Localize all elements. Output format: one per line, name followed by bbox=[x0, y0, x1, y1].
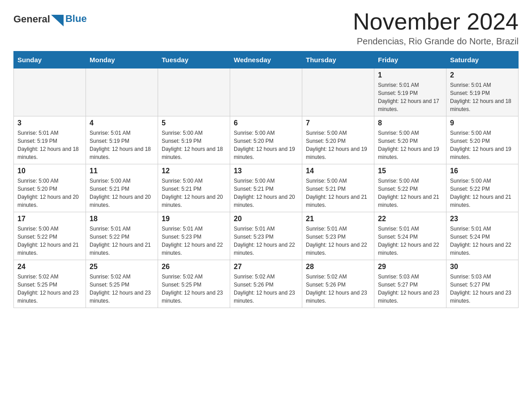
day-number: 1 bbox=[378, 71, 442, 79]
calendar-cell-4-2: 26Sunrise: 5:02 AMSunset: 5:25 PMDayligh… bbox=[158, 260, 230, 308]
calendar-cell-0-5: 1Sunrise: 5:01 AMSunset: 5:19 PMDaylight… bbox=[374, 68, 446, 116]
day-info: Sunrise: 5:00 AMSunset: 5:22 PMDaylight:… bbox=[450, 177, 515, 209]
header-thursday: Thursday bbox=[302, 51, 374, 68]
day-number: 23 bbox=[450, 215, 515, 223]
day-number: 10 bbox=[17, 167, 82, 175]
day-number: 3 bbox=[17, 119, 82, 127]
month-title: November 2024 bbox=[353, 9, 519, 34]
day-info: Sunrise: 5:01 AMSunset: 5:22 PMDaylight:… bbox=[90, 225, 154, 257]
day-info: Sunrise: 5:00 AMSunset: 5:19 PMDaylight:… bbox=[162, 129, 226, 161]
day-number: 7 bbox=[306, 119, 370, 127]
location-title: Pendencias, Rio Grande do Norte, Brazil bbox=[353, 36, 519, 47]
day-info: Sunrise: 5:00 AMSunset: 5:20 PMDaylight:… bbox=[306, 129, 370, 161]
logo: General Blue bbox=[13, 13, 87, 27]
day-info: Sunrise: 5:01 AMSunset: 5:23 PMDaylight:… bbox=[306, 225, 370, 257]
calendar-cell-3-6: 23Sunrise: 5:01 AMSunset: 5:24 PMDayligh… bbox=[446, 212, 519, 260]
calendar-cell-4-1: 25Sunrise: 5:02 AMSunset: 5:25 PMDayligh… bbox=[86, 260, 158, 308]
week-row-0: 1Sunrise: 5:01 AMSunset: 5:19 PMDaylight… bbox=[14, 68, 519, 116]
calendar-cell-0-4 bbox=[302, 68, 374, 116]
day-number: 2 bbox=[450, 71, 515, 79]
day-number: 21 bbox=[306, 215, 370, 223]
day-info: Sunrise: 5:00 AMSunset: 5:22 PMDaylight:… bbox=[378, 177, 442, 209]
calendar-cell-1-4: 7Sunrise: 5:00 AMSunset: 5:20 PMDaylight… bbox=[302, 116, 374, 164]
day-info: Sunrise: 5:02 AMSunset: 5:25 PMDaylight:… bbox=[17, 273, 82, 305]
header-saturday: Saturday bbox=[446, 51, 519, 68]
day-number: 13 bbox=[234, 167, 298, 175]
day-number: 19 bbox=[162, 215, 226, 223]
header-tuesday: Tuesday bbox=[158, 51, 230, 68]
day-info: Sunrise: 5:00 AMSunset: 5:20 PMDaylight:… bbox=[234, 129, 298, 161]
day-number: 25 bbox=[90, 263, 154, 271]
day-number: 11 bbox=[90, 167, 154, 175]
day-number: 15 bbox=[378, 167, 442, 175]
day-info: Sunrise: 5:01 AMSunset: 5:19 PMDaylight:… bbox=[450, 81, 515, 113]
day-number: 18 bbox=[90, 215, 154, 223]
header-sunday: Sunday bbox=[14, 51, 86, 68]
day-info: Sunrise: 5:01 AMSunset: 5:19 PMDaylight:… bbox=[17, 129, 82, 161]
logo-blue-text: Blue bbox=[65, 13, 87, 25]
calendar-cell-0-3 bbox=[230, 68, 302, 116]
logo-text-general: General bbox=[13, 13, 64, 27]
day-info: Sunrise: 5:00 AMSunset: 5:22 PMDaylight:… bbox=[17, 225, 82, 257]
week-row-3: 17Sunrise: 5:00 AMSunset: 5:22 PMDayligh… bbox=[14, 212, 519, 260]
calendar-cell-4-6: 30Sunrise: 5:03 AMSunset: 5:27 PMDayligh… bbox=[446, 260, 519, 308]
calendar-cell-1-1: 4Sunrise: 5:01 AMSunset: 5:19 PMDaylight… bbox=[86, 116, 158, 164]
calendar-cell-4-4: 28Sunrise: 5:02 AMSunset: 5:26 PMDayligh… bbox=[302, 260, 374, 308]
day-info: Sunrise: 5:00 AMSunset: 5:21 PMDaylight:… bbox=[90, 177, 154, 209]
day-info: Sunrise: 5:00 AMSunset: 5:20 PMDaylight:… bbox=[17, 177, 82, 209]
day-number: 27 bbox=[234, 263, 298, 271]
calendar-cell-4-5: 29Sunrise: 5:03 AMSunset: 5:27 PMDayligh… bbox=[374, 260, 446, 308]
calendar-cell-3-0: 17Sunrise: 5:00 AMSunset: 5:22 PMDayligh… bbox=[14, 212, 86, 260]
day-info: Sunrise: 5:02 AMSunset: 5:25 PMDaylight:… bbox=[90, 273, 154, 305]
calendar-cell-2-2: 12Sunrise: 5:00 AMSunset: 5:21 PMDayligh… bbox=[158, 164, 230, 212]
day-info: Sunrise: 5:01 AMSunset: 5:23 PMDaylight:… bbox=[234, 225, 298, 257]
day-info: Sunrise: 5:01 AMSunset: 5:24 PMDaylight:… bbox=[378, 225, 442, 257]
day-number: 14 bbox=[306, 167, 370, 175]
header-friday: Friday bbox=[374, 51, 446, 68]
calendar-cell-3-2: 19Sunrise: 5:01 AMSunset: 5:23 PMDayligh… bbox=[158, 212, 230, 260]
calendar-cell-3-5: 22Sunrise: 5:01 AMSunset: 5:24 PMDayligh… bbox=[374, 212, 446, 260]
day-number: 30 bbox=[450, 263, 515, 271]
calendar-cell-2-4: 14Sunrise: 5:00 AMSunset: 5:21 PMDayligh… bbox=[302, 164, 374, 212]
day-info: Sunrise: 5:03 AMSunset: 5:27 PMDaylight:… bbox=[378, 273, 442, 305]
day-number: 16 bbox=[450, 167, 515, 175]
calendar-cell-3-3: 20Sunrise: 5:01 AMSunset: 5:23 PMDayligh… bbox=[230, 212, 302, 260]
day-number: 12 bbox=[162, 167, 226, 175]
calendar-cell-0-1 bbox=[86, 68, 158, 116]
calendar-cell-2-1: 11Sunrise: 5:00 AMSunset: 5:21 PMDayligh… bbox=[86, 164, 158, 212]
week-row-4: 24Sunrise: 5:02 AMSunset: 5:25 PMDayligh… bbox=[14, 260, 519, 308]
calendar-cell-1-3: 6Sunrise: 5:00 AMSunset: 5:20 PMDaylight… bbox=[230, 116, 302, 164]
day-info: Sunrise: 5:00 AMSunset: 5:20 PMDaylight:… bbox=[450, 129, 515, 161]
day-info: Sunrise: 5:03 AMSunset: 5:27 PMDaylight:… bbox=[450, 273, 515, 305]
day-info: Sunrise: 5:01 AMSunset: 5:19 PMDaylight:… bbox=[378, 81, 442, 113]
day-number: 4 bbox=[90, 119, 154, 127]
calendar-cell-1-6: 9Sunrise: 5:00 AMSunset: 5:20 PMDaylight… bbox=[446, 116, 519, 164]
calendar-cell-4-0: 24Sunrise: 5:02 AMSunset: 5:25 PMDayligh… bbox=[14, 260, 86, 308]
day-info: Sunrise: 5:02 AMSunset: 5:26 PMDaylight:… bbox=[234, 273, 298, 305]
calendar-cell-1-0: 3Sunrise: 5:01 AMSunset: 5:19 PMDaylight… bbox=[14, 116, 86, 164]
calendar-cell-0-0 bbox=[14, 68, 86, 116]
day-info: Sunrise: 5:01 AMSunset: 5:24 PMDaylight:… bbox=[450, 225, 515, 257]
calendar: Sunday Monday Tuesday Wednesday Thursday… bbox=[13, 51, 519, 308]
calendar-cell-1-2: 5Sunrise: 5:00 AMSunset: 5:19 PMDaylight… bbox=[158, 116, 230, 164]
weekday-header-row: Sunday Monday Tuesday Wednesday Thursday… bbox=[14, 51, 519, 68]
svg-marker-0 bbox=[51, 15, 64, 26]
calendar-cell-2-6: 16Sunrise: 5:00 AMSunset: 5:22 PMDayligh… bbox=[446, 164, 519, 212]
calendar-body: 1Sunrise: 5:01 AMSunset: 5:19 PMDaylight… bbox=[14, 68, 519, 308]
header-monday: Monday bbox=[86, 51, 158, 68]
calendar-header: Sunday Monday Tuesday Wednesday Thursday… bbox=[14, 51, 519, 68]
title-area: November 2024 Pendencias, Rio Grande do … bbox=[353, 9, 519, 47]
week-row-1: 3Sunrise: 5:01 AMSunset: 5:19 PMDaylight… bbox=[14, 116, 519, 164]
day-number: 28 bbox=[306, 263, 370, 271]
calendar-cell-3-4: 21Sunrise: 5:01 AMSunset: 5:23 PMDayligh… bbox=[302, 212, 374, 260]
calendar-cell-4-3: 27Sunrise: 5:02 AMSunset: 5:26 PMDayligh… bbox=[230, 260, 302, 308]
day-number: 29 bbox=[378, 263, 442, 271]
day-number: 8 bbox=[378, 119, 442, 127]
calendar-cell-0-2 bbox=[158, 68, 230, 116]
calendar-cell-2-5: 15Sunrise: 5:00 AMSunset: 5:22 PMDayligh… bbox=[374, 164, 446, 212]
day-number: 9 bbox=[450, 119, 515, 127]
day-info: Sunrise: 5:00 AMSunset: 5:21 PMDaylight:… bbox=[306, 177, 370, 209]
calendar-cell-2-0: 10Sunrise: 5:00 AMSunset: 5:20 PMDayligh… bbox=[14, 164, 86, 212]
header: General Blue November 2024 Pendencias, R… bbox=[13, 9, 519, 47]
day-info: Sunrise: 5:00 AMSunset: 5:21 PMDaylight:… bbox=[162, 177, 226, 209]
